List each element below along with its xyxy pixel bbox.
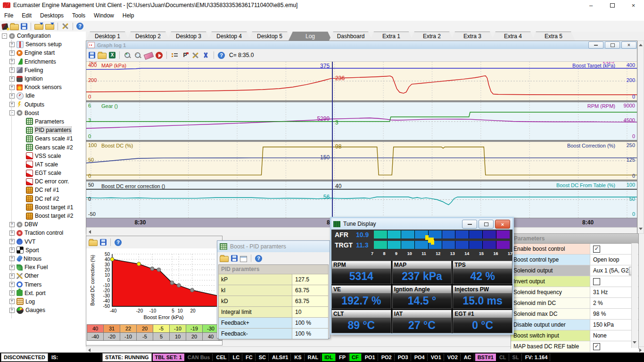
graph-panel-boost-dc[interactable]: 100 50 0 250 125 0 Boost DC (%) Boost Co…: [86, 142, 637, 180]
help-icon[interactable]: ?: [115, 239, 122, 246]
expand-toggle[interactable]: +: [9, 230, 15, 236]
sidebar-item-configuration[interactable]: Configuration: [17, 33, 50, 39]
graph-close-button[interactable]: ×: [621, 41, 636, 49]
expand-toggle[interactable]: +: [9, 239, 15, 244]
chart-stack[interactable]: -25 2125 400 200 0 400 200 0 MAP (kPa) B…: [86, 62, 637, 218]
menu-tools[interactable]: Tools: [68, 11, 90, 20]
tab-desktop-5[interactable]: Desktop 5: [248, 32, 291, 41]
axis-cell[interactable]: -5: [136, 332, 153, 341]
expand-toggle[interactable]: +: [9, 85, 15, 90]
tab-desktop-2[interactable]: Desktop 2: [126, 32, 170, 41]
param-value[interactable]: 63.75: [292, 296, 328, 306]
axis-cell[interactable]: 20: [186, 332, 203, 341]
sidebar-item-gauges[interactable]: Gauges: [25, 307, 45, 313]
tab-extra-5[interactable]: Extra 5: [532, 32, 575, 41]
sidebar-item-enrichments[interactable]: Enrichments: [25, 58, 56, 65]
expand-toggle[interactable]: +: [9, 93, 15, 99]
sidebar-item-egt-scale[interactable]: EGT scale: [35, 170, 61, 176]
expand-toggle[interactable]: +: [9, 282, 15, 287]
open-icon[interactable]: [220, 256, 229, 262]
sidebar-item-parameters[interactable]: Parameters: [35, 118, 64, 125]
sidebar-item-outputs[interactable]: Outputs: [25, 101, 44, 108]
curve-point[interactable]: [137, 262, 141, 266]
table-cell[interactable]: -5: [153, 324, 170, 333]
sidebar-item-engine-start[interactable]: Engine start: [25, 49, 55, 56]
zoom-in-icon[interactable]: +: [124, 52, 132, 59]
maximize-button[interactable]: [602, 0, 623, 10]
param-value[interactable]: 100 %: [292, 329, 328, 339]
connect-icon[interactable]: [1, 23, 8, 30]
measure-icon[interactable]: [202, 52, 210, 59]
close-button[interactable]: ×: [623, 0, 644, 10]
save-log-icon[interactable]: [89, 52, 95, 58]
tools-icon[interactable]: [61, 23, 69, 30]
expand-toggle[interactable]: +: [9, 247, 15, 253]
table-cell[interactable]: 31: [103, 324, 120, 333]
export-icon[interactable]: [45, 24, 54, 30]
sidebar-item-boost-target-2[interactable]: Boost target #2: [35, 213, 73, 219]
sidebar-item-boost[interactable]: Boost: [25, 110, 39, 116]
graph-panel-gear-rpm[interactable]: 6 3 0 9000 4500 0 Gear () RPM (RPM) 5299…: [86, 102, 637, 140]
pid-window-titlebar[interactable]: Boost - PID paramters: [217, 241, 330, 252]
minimize-button[interactable]: [462, 220, 477, 229]
tab-desktop-4[interactable]: Desktop 4: [207, 32, 251, 41]
excel-export-icon[interactable]: X: [109, 52, 116, 58]
sidebar-item-dbw[interactable]: DBW: [25, 221, 38, 228]
param-value[interactable]: 10: [292, 307, 328, 317]
close-button[interactable]: ×: [495, 220, 510, 229]
invert-output-checkbox[interactable]: [593, 278, 600, 285]
sidebar-item-sensors-setup[interactable]: Sensors setup: [25, 41, 62, 48]
window-icon[interactable]: [240, 256, 247, 262]
graph-settings-icon[interactable]: [191, 52, 199, 59]
curve-point[interactable]: [110, 257, 114, 261]
tab-dashboard[interactable]: Dashboard: [329, 32, 372, 41]
menu-help[interactable]: Help: [118, 11, 139, 20]
sidebar-item-boost-target-1[interactable]: Boost target #1: [35, 204, 73, 211]
channel-list-icon[interactable]: [171, 52, 179, 59]
tab-desktop-3[interactable]: Desktop 3: [167, 32, 210, 41]
table-cell[interactable]: -10: [169, 324, 186, 333]
expand-toggle[interactable]: +: [9, 59, 15, 64]
curve-point[interactable]: [170, 281, 174, 285]
sidebar-item-fueling[interactable]: Fueling: [25, 67, 43, 74]
table-cell[interactable]: 40: [87, 324, 104, 333]
sidebar-item-gears-scale-2[interactable]: Gears scale #2: [35, 144, 73, 151]
scroll-down-arrow[interactable]: [637, 226, 644, 232]
axis-cell[interactable]: -10: [120, 332, 137, 341]
graph-help-icon[interactable]: ?: [218, 52, 225, 59]
graph-vscrollbar[interactable]: [637, 41, 644, 234]
curve-point[interactable]: [150, 267, 154, 271]
menu-edit[interactable]: Edit: [17, 11, 36, 20]
open-file-icon[interactable]: [10, 24, 19, 30]
sidebar-item-ignition[interactable]: Ignition: [25, 75, 43, 82]
param-value[interactable]: 63.75: [292, 285, 328, 296]
sidebar-item-nitrous[interactable]: Nitrous: [24, 255, 41, 262]
save-icon[interactable]: [231, 255, 238, 262]
marker-icon[interactable]: P: [181, 52, 189, 59]
sidebar-item-vvt[interactable]: VVT: [25, 239, 35, 245]
expand-toggle[interactable]: +: [9, 50, 15, 56]
log-cursor[interactable]: [332, 62, 333, 218]
expand-toggle[interactable]: +: [9, 102, 15, 107]
graph-minimize-button[interactable]: [588, 41, 603, 49]
menu-desktops[interactable]: Desktops: [36, 11, 68, 20]
sidebar-item-gears-scale-1[interactable]: Gears scale #1: [35, 135, 73, 142]
graph-panel-dc-error[interactable]: 50 0 -50 100 50 0 Boost DC error correct…: [86, 181, 637, 218]
menu-file[interactable]: File: [0, 11, 17, 20]
map-dc-ref-checkbox[interactable]: ✓: [593, 343, 600, 350]
expand-toggle[interactable]: +: [9, 67, 15, 73]
restore-button[interactable]: [479, 220, 494, 229]
table-cell[interactable]: 20: [136, 324, 153, 333]
tab-extra-3[interactable]: Extra 3: [451, 32, 494, 41]
expand-toggle[interactable]: +: [9, 76, 15, 82]
sidebar-item-timers[interactable]: Timers: [25, 281, 41, 288]
menu-window[interactable]: Window: [90, 11, 118, 20]
sidebar-item-dc-ref-1[interactable]: DC ref #1: [35, 187, 59, 193]
sidebar-item-flex-fuel[interactable]: Flex Fuel: [25, 264, 48, 271]
save-file-icon[interactable]: [21, 23, 27, 30]
sidebar-item-dc-ref-2[interactable]: DC ref #2: [35, 196, 59, 202]
axis-cell[interactable]: 10: [169, 332, 186, 341]
sidebar-item-traction-control[interactable]: Traction control: [25, 230, 63, 236]
expand-toggle[interactable]: +: [9, 290, 15, 296]
curve-point[interactable]: [177, 284, 181, 288]
